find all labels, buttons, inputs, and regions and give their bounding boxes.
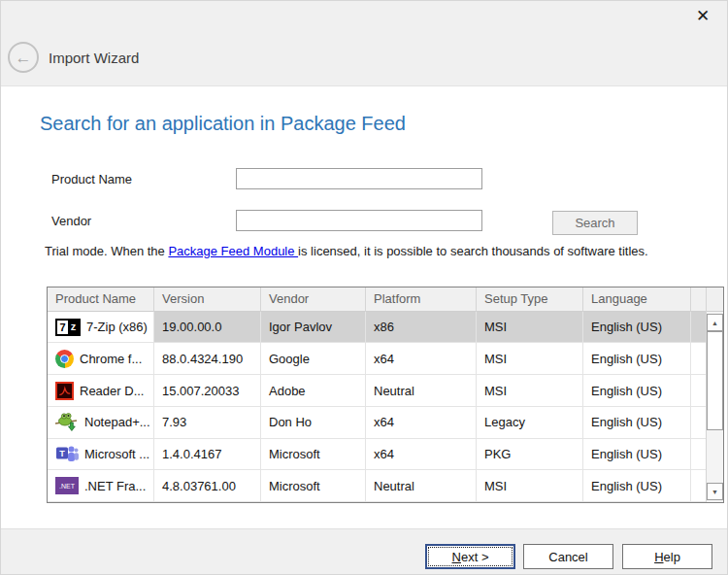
help-button[interactable]: Help: [622, 544, 712, 569]
cell-language: English (US): [583, 470, 691, 502]
microsoft-teams-icon: T: [55, 445, 79, 462]
cell-setup-type: MSI: [477, 343, 583, 375]
cell-product: .NET .NET Fra...: [48, 470, 154, 502]
column-header-filler: [691, 288, 706, 312]
column-header-product-name[interactable]: Product Name: [48, 288, 154, 312]
table-row[interactable]: Chrome f... 88.0.4324.190 Google x64 MSI…: [48, 343, 706, 375]
scrollbar-header-cap: [707, 288, 723, 312]
column-header-vendor[interactable]: Vendor: [261, 288, 366, 312]
cell-filler: [691, 375, 706, 407]
scroll-up-button[interactable]: ▲: [707, 314, 723, 331]
table-row[interactable]: .NET .NET Fra... 4.8.03761.00 Microsoft …: [48, 470, 706, 502]
cell-vendor: Don Ho: [261, 407, 366, 439]
cell-setup-type: MSI: [477, 375, 583, 407]
cell-vendor: Igor Pavlov: [261, 312, 366, 344]
cell-language: English (US): [583, 375, 691, 407]
cell-filler: [691, 312, 706, 344]
page-title: Search for an application in Package Fee…: [40, 113, 406, 135]
cell-setup-type: PKG: [477, 439, 583, 471]
cell-platform: x64: [366, 407, 477, 439]
import-wizard-dialog: ✕ ← Import Wizard Search for an applicat…: [0, 0, 728, 575]
cell-language: English (US): [583, 407, 691, 439]
cell-product: Chrome f...: [48, 343, 154, 375]
table-row[interactable]: 7z 7-Zip (x86) 19.00.00.0 Igor Pavlov x8…: [48, 312, 706, 344]
cell-vendor: Google: [261, 343, 366, 375]
scroll-down-button[interactable]: ▼: [707, 483, 723, 500]
cell-filler: [691, 343, 706, 375]
table-header-row: Product Name Version Vendor Platform Set…: [48, 288, 706, 312]
table-row[interactable]: T Microsoft ... 1.4.0.4167 Microsoft x64…: [48, 439, 706, 471]
next-button[interactable]: Next >: [425, 544, 515, 569]
cell-version: 19.00.00.0: [154, 312, 261, 344]
cell-product: T Microsoft ...: [48, 439, 154, 471]
cell-vendor: Adobe: [261, 375, 366, 407]
cell-version: 88.0.4324.190: [154, 343, 261, 375]
column-header-platform[interactable]: Platform: [366, 288, 477, 312]
cell-version: 1.4.0.4167: [154, 439, 261, 471]
cell-setup-type: MSI: [477, 312, 583, 344]
dialog-footer: Next > Cancel Help: [1, 528, 727, 575]
cell-platform: Neutral: [366, 375, 477, 407]
trial-suffix: is licensed, it is possible to search th…: [298, 244, 648, 258]
cell-version: 15.007.20033: [154, 375, 261, 407]
close-icon[interactable]: ✕: [688, 3, 717, 28]
vendor-input[interactable]: [236, 210, 482, 231]
chrome-icon: [55, 350, 74, 368]
product-name-label: Product Name: [51, 172, 132, 186]
cell-filler: [691, 407, 706, 439]
svg-text:T: T: [59, 449, 65, 458]
7zip-icon: 7z: [55, 319, 81, 336]
trial-prefix: Trial mode. When the: [45, 244, 168, 258]
cell-platform: x86: [366, 312, 477, 344]
down-arrow-icon: ▼: [711, 489, 718, 495]
cell-vendor: Microsoft: [261, 470, 366, 502]
wizard-header: ✕ ← Import Wizard: [1, 1, 727, 86]
cell-language: English (US): [583, 439, 691, 471]
back-button[interactable]: ←: [8, 42, 39, 73]
cell-setup-type: Legacy: [477, 407, 583, 439]
trial-mode-text: Trial mode. When the Package Feed Module…: [45, 244, 648, 258]
cell-filler: [691, 470, 706, 502]
cell-language: English (US): [583, 343, 691, 375]
cell-setup-type: MSI: [477, 470, 583, 502]
up-arrow-icon: ▲: [711, 320, 718, 326]
cell-version: 7.93: [154, 407, 261, 439]
table-row[interactable]: Notepad+... 7.93 Don Ho x64 Legacy Engli…: [48, 407, 706, 439]
scrollbar-thumb[interactable]: [707, 331, 723, 430]
cell-platform: x64: [366, 439, 477, 471]
table-scrollbar[interactable]: ▲ ▼: [706, 288, 723, 502]
cell-product: Reader D...: [48, 375, 154, 407]
back-arrow-icon: ←: [16, 50, 32, 66]
column-header-setup-type[interactable]: Setup Type: [477, 288, 583, 312]
notepad-plus-plus-icon: [55, 414, 79, 431]
product-name-input[interactable]: [236, 168, 482, 189]
cell-product: 7z 7-Zip (x86): [48, 312, 154, 344]
cell-platform: x64: [366, 343, 477, 375]
column-header-version[interactable]: Version: [154, 288, 261, 312]
vendor-label: Vendor: [51, 214, 91, 228]
cell-product: Notepad+...: [48, 407, 154, 439]
cell-vendor: Microsoft: [261, 439, 366, 471]
table-row[interactable]: Reader D... 15.007.20033 Adobe Neutral M…: [48, 375, 706, 407]
wizard-title: Import Wizard: [49, 50, 139, 66]
package-feed-module-link[interactable]: Package Feed Module: [168, 244, 298, 258]
dotnet-icon: .NET: [55, 477, 79, 494]
cell-language: English (US): [583, 312, 691, 344]
scrollbar-track[interactable]: [707, 430, 723, 483]
search-button[interactable]: Search: [552, 211, 638, 235]
adobe-reader-icon: [55, 382, 74, 400]
cancel-button[interactable]: Cancel: [523, 544, 613, 569]
cell-filler: [691, 439, 706, 471]
package-table: Product Name Version Vendor Platform Set…: [47, 287, 724, 503]
cell-platform: Neutral: [366, 470, 477, 502]
cell-version: 4.8.03761.00: [154, 470, 261, 502]
column-header-language[interactable]: Language: [583, 288, 691, 312]
